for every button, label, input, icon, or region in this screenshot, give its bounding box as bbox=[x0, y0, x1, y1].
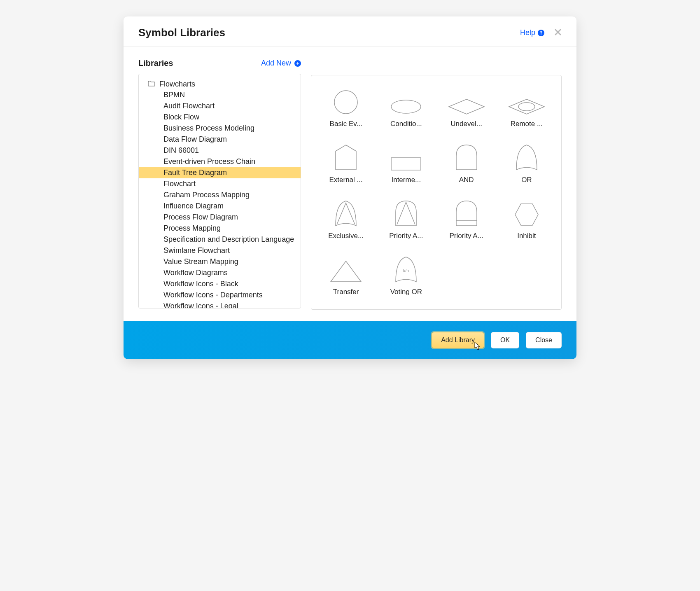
tree-item[interactable]: Data Flow Diagram bbox=[139, 134, 301, 145]
shape-label: Interme... bbox=[391, 176, 421, 184]
libraries-title: Libraries bbox=[138, 58, 173, 68]
shape-label: Exclusive... bbox=[328, 232, 364, 240]
tree-item[interactable]: DIN 66001 bbox=[139, 145, 301, 156]
shape-cell[interactable]: Priority A... bbox=[439, 200, 495, 240]
tree-item[interactable]: Audit Flowchart bbox=[139, 100, 301, 112]
shape-label: Voting OR bbox=[390, 288, 422, 296]
tree-item[interactable]: Process Flow Diagram bbox=[139, 212, 301, 223]
tree-item[interactable]: Flowchart bbox=[139, 178, 301, 189]
voting-or-icon: k/n bbox=[394, 256, 418, 283]
tree-group-label: Flowcharts bbox=[159, 80, 195, 89]
shape-cell[interactable]: Remote ... bbox=[499, 88, 555, 128]
tree-item[interactable]: Value Stream Mapping bbox=[139, 256, 301, 267]
and-gate-icon bbox=[455, 144, 478, 171]
dialog-title: Symbol Libraries bbox=[138, 26, 225, 39]
shape-label: Priority A... bbox=[450, 232, 483, 240]
shape-cell[interactable]: k/nVoting OR bbox=[378, 256, 434, 296]
svg-point-0 bbox=[334, 91, 357, 114]
pand2-gate-icon bbox=[455, 200, 478, 227]
libraries-head: Libraries Add New + bbox=[138, 58, 301, 68]
plus-icon: + bbox=[294, 60, 301, 67]
shape-label: Priority A... bbox=[389, 232, 423, 240]
library-tree[interactable]: Flowcharts BPMNAudit FlowchartBlock Flow… bbox=[138, 74, 301, 308]
close-icon[interactable] bbox=[554, 28, 562, 37]
ellipse-icon bbox=[390, 88, 422, 115]
add-library-button[interactable]: Add Library bbox=[432, 332, 484, 348]
shape-cell[interactable]: Undevel... bbox=[439, 88, 495, 128]
help-link-label: Help bbox=[520, 28, 535, 37]
svg-marker-3 bbox=[509, 99, 544, 114]
circle-icon bbox=[331, 88, 360, 115]
ok-button[interactable]: OK bbox=[491, 332, 519, 348]
shape-cell[interactable]: Interme... bbox=[378, 144, 434, 184]
shape-label: Basic Ev... bbox=[330, 120, 362, 128]
shape-cell[interactable]: OR bbox=[499, 144, 555, 184]
libraries-column: Libraries Add New + Flowcharts BPMNAudit… bbox=[138, 58, 301, 310]
svg-rect-5 bbox=[391, 158, 421, 170]
svg-point-1 bbox=[391, 100, 421, 113]
tree-item[interactable]: Business Process Modeling bbox=[139, 123, 301, 134]
dialog-body: Libraries Add New + Flowcharts BPMNAudit… bbox=[124, 47, 576, 321]
help-icon: ? bbox=[538, 30, 544, 36]
tree-item[interactable]: Workflow Icons - Black bbox=[139, 278, 301, 290]
tree-item[interactable]: Event-driven Process Chain bbox=[139, 156, 301, 167]
help-link[interactable]: Help ? bbox=[520, 28, 544, 37]
tree-group-flowcharts[interactable]: Flowcharts bbox=[139, 79, 301, 89]
tree-item[interactable]: Workflow Icons - Legal bbox=[139, 301, 301, 308]
shape-cell[interactable]: External ... bbox=[318, 144, 374, 184]
house-icon bbox=[334, 144, 357, 171]
rect-icon bbox=[390, 144, 422, 171]
tree-item[interactable]: Swimlane Flowchart bbox=[139, 245, 301, 256]
shape-label: OR bbox=[521, 176, 532, 184]
tree-item[interactable]: Graham Process Mapping bbox=[139, 189, 301, 201]
svg-marker-7 bbox=[515, 204, 538, 225]
shape-cell[interactable]: Priority A... bbox=[378, 200, 434, 240]
svg-text:k/n: k/n bbox=[403, 268, 409, 273]
folder-icon bbox=[148, 80, 155, 89]
shape-label: Undevel... bbox=[450, 120, 482, 128]
xor-gate-icon bbox=[334, 200, 357, 227]
shape-cell[interactable]: Exclusive... bbox=[318, 200, 374, 240]
shape-label: External ... bbox=[329, 176, 362, 184]
shapes-preview[interactable]: Basic Ev...Conditio...Undevel...Remote .… bbox=[311, 75, 562, 310]
diamond-icon bbox=[448, 88, 485, 115]
add-new-button[interactable]: Add New + bbox=[261, 59, 301, 68]
shapes-column: Basic Ev...Conditio...Undevel...Remote .… bbox=[311, 75, 562, 310]
tree-item[interactable]: Influence Diagram bbox=[139, 201, 301, 212]
svg-marker-8 bbox=[331, 261, 361, 282]
tree-item[interactable]: BPMN bbox=[139, 89, 301, 100]
header-right: Help ? bbox=[520, 28, 562, 37]
diamond-circle-icon bbox=[508, 88, 545, 115]
close-button[interactable]: Close bbox=[526, 332, 562, 348]
dialog-footer: Add Library OK Close bbox=[124, 321, 576, 359]
shape-label: Remote ... bbox=[511, 120, 543, 128]
add-new-label: Add New bbox=[261, 59, 291, 68]
shape-label: Transfer bbox=[333, 288, 359, 296]
shape-cell[interactable]: Transfer bbox=[318, 256, 374, 296]
tree-item[interactable]: Block Flow bbox=[139, 112, 301, 123]
or-gate-icon bbox=[515, 144, 538, 171]
tree-item[interactable]: Specification and Description Language bbox=[139, 234, 301, 245]
shape-cell[interactable]: Inhibit bbox=[499, 200, 555, 240]
shape-label: AND bbox=[459, 176, 474, 184]
svg-point-4 bbox=[518, 103, 535, 111]
shape-label: Inhibit bbox=[517, 232, 536, 240]
shape-cell[interactable]: Conditio... bbox=[378, 88, 434, 128]
dialog-header: Symbol Libraries Help ? bbox=[124, 16, 576, 47]
shape-label: Conditio... bbox=[390, 120, 422, 128]
pand-gate-icon bbox=[394, 200, 418, 227]
svg-marker-2 bbox=[449, 99, 484, 114]
shape-cell[interactable]: Basic Ev... bbox=[318, 88, 374, 128]
hexagon-icon bbox=[514, 200, 539, 227]
triangle-icon bbox=[329, 256, 362, 283]
tree-item[interactable]: Fault Tree Diagram bbox=[139, 167, 301, 178]
shape-cell[interactable]: AND bbox=[439, 144, 495, 184]
symbol-libraries-dialog: Symbol Libraries Help ? Libraries Add Ne… bbox=[124, 16, 576, 359]
tree-item[interactable]: Workflow Diagrams bbox=[139, 267, 301, 278]
tree-item[interactable]: Process Mapping bbox=[139, 223, 301, 234]
tree-item[interactable]: Workflow Icons - Departments bbox=[139, 290, 301, 301]
